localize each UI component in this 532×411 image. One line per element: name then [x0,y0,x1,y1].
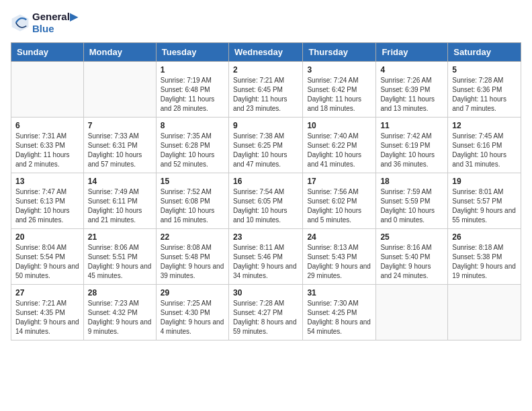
calendar-cell: 13Sunrise: 7:47 AM Sunset: 6:13 PM Dayli… [11,173,84,229]
day-number: 2 [233,65,298,75]
calendar-cell: 19Sunrise: 8:01 AM Sunset: 5:57 PM Dayli… [448,173,521,229]
day-number: 8 [161,121,224,130]
calendar-cell: 28Sunrise: 7:23 AM Sunset: 4:32 PM Dayli… [83,285,156,340]
day-number: 9 [233,121,298,130]
day-number: 5 [452,65,517,75]
logo: General▶ Blue [11,11,78,34]
calendar-cell: 15Sunrise: 7:52 AM Sunset: 6:08 PM Dayli… [156,173,228,229]
day-info: Sunrise: 8:01 AM Sunset: 5:57 PM Dayligh… [452,187,517,225]
day-info: Sunrise: 7:35 AM Sunset: 6:28 PM Dayligh… [161,132,224,169]
calendar-cell: 21Sunrise: 8:06 AM Sunset: 5:51 PM Dayli… [83,229,156,285]
day-info: Sunrise: 7:19 AM Sunset: 6:48 PM Dayligh… [161,76,224,113]
day-info: Sunrise: 7:21 AM Sunset: 4:35 PM Dayligh… [15,299,79,336]
day-number: 18 [380,177,443,186]
weekday-header-sunday: Sunday [11,43,84,62]
weekday-header-saturday: Saturday [448,43,521,62]
day-number: 19 [452,177,517,186]
calendar-cell: 18Sunrise: 7:59 AM Sunset: 5:59 PM Dayli… [376,173,448,229]
calendar-cell: 10Sunrise: 7:40 AM Sunset: 6:22 PM Dayli… [303,118,376,173]
calendar-cell: 23Sunrise: 8:11 AM Sunset: 5:46 PM Dayli… [228,229,302,285]
day-info: Sunrise: 7:49 AM Sunset: 6:11 PM Dayligh… [88,187,152,225]
day-number: 22 [161,232,224,242]
day-info: Sunrise: 8:06 AM Sunset: 5:51 PM Dayligh… [88,243,152,281]
calendar-cell: 27Sunrise: 7:21 AM Sunset: 4:35 PM Dayli… [11,285,84,340]
calendar-cell: 22Sunrise: 8:08 AM Sunset: 5:48 PM Dayli… [156,229,228,285]
day-number: 1 [161,65,224,75]
day-info: Sunrise: 7:45 AM Sunset: 6:16 PM Dayligh… [452,132,517,169]
day-info: Sunrise: 7:21 AM Sunset: 6:45 PM Dayligh… [233,76,298,113]
weekday-header-thursday: Thursday [303,43,376,62]
day-info: Sunrise: 7:40 AM Sunset: 6:22 PM Dayligh… [307,132,371,169]
day-info: Sunrise: 7:42 AM Sunset: 6:19 PM Dayligh… [380,132,443,169]
day-number: 4 [380,65,443,75]
calendar-cell: 30Sunrise: 7:28 AM Sunset: 4:27 PM Dayli… [228,285,302,340]
day-number: 25 [380,232,443,242]
day-number: 24 [307,232,371,242]
calendar-cell: 24Sunrise: 8:13 AM Sunset: 5:43 PM Dayli… [303,229,376,285]
day-number: 27 [15,288,79,298]
day-number: 10 [307,121,371,130]
day-number: 13 [15,177,79,186]
calendar-cell: 4Sunrise: 7:26 AM Sunset: 6:39 PM Daylig… [376,62,448,118]
calendar-cell: 6Sunrise: 7:31 AM Sunset: 6:33 PM Daylig… [11,118,84,173]
calendar-cell: 2Sunrise: 7:21 AM Sunset: 6:45 PM Daylig… [228,62,302,118]
svg-marker-0 [12,14,29,31]
day-number: 20 [15,232,79,242]
day-info: Sunrise: 7:28 AM Sunset: 6:36 PM Dayligh… [452,76,517,113]
day-info: Sunrise: 8:04 AM Sunset: 5:54 PM Dayligh… [15,243,79,281]
calendar-cell: 25Sunrise: 8:16 AM Sunset: 5:40 PM Dayli… [376,229,448,285]
calendar-cell: 31Sunrise: 7:30 AM Sunset: 4:25 PM Dayli… [303,285,376,340]
day-info: Sunrise: 7:30 AM Sunset: 4:25 PM Dayligh… [307,299,371,336]
day-number: 7 [88,121,152,130]
day-info: Sunrise: 8:08 AM Sunset: 5:48 PM Dayligh… [161,243,224,281]
day-info: Sunrise: 7:47 AM Sunset: 6:13 PM Dayligh… [15,187,79,225]
day-info: Sunrise: 7:54 AM Sunset: 6:05 PM Dayligh… [233,187,298,225]
weekday-header-row: SundayMondayTuesdayWednesdayThursdayFrid… [11,43,521,62]
calendar-cell: 26Sunrise: 8:18 AM Sunset: 5:38 PM Dayli… [448,229,521,285]
calendar-week-3: 13Sunrise: 7:47 AM Sunset: 6:13 PM Dayli… [11,173,521,229]
day-number: 30 [233,288,298,298]
day-info: Sunrise: 7:24 AM Sunset: 6:42 PM Dayligh… [307,76,371,113]
calendar-cell: 9Sunrise: 7:38 AM Sunset: 6:25 PM Daylig… [228,118,302,173]
logo-text: General▶ Blue [32,11,78,34]
calendar-week-2: 6Sunrise: 7:31 AM Sunset: 6:33 PM Daylig… [11,118,521,173]
day-number: 6 [15,121,79,130]
day-info: Sunrise: 7:31 AM Sunset: 6:33 PM Dayligh… [15,132,79,169]
calendar-cell: 7Sunrise: 7:33 AM Sunset: 6:31 PM Daylig… [83,118,156,173]
day-info: Sunrise: 7:26 AM Sunset: 6:39 PM Dayligh… [380,76,443,113]
calendar-cell: 3Sunrise: 7:24 AM Sunset: 6:42 PM Daylig… [303,62,376,118]
day-info: Sunrise: 8:18 AM Sunset: 5:38 PM Dayligh… [452,243,517,281]
day-info: Sunrise: 7:25 AM Sunset: 4:30 PM Dayligh… [161,299,224,336]
day-number: 28 [88,288,152,298]
calendar-cell: 5Sunrise: 7:28 AM Sunset: 6:36 PM Daylig… [448,62,521,118]
day-info: Sunrise: 7:52 AM Sunset: 6:08 PM Dayligh… [161,187,224,225]
day-info: Sunrise: 8:16 AM Sunset: 5:40 PM Dayligh… [380,243,443,281]
calendar-cell: 8Sunrise: 7:35 AM Sunset: 6:28 PM Daylig… [156,118,228,173]
calendar-cell: 14Sunrise: 7:49 AM Sunset: 6:11 PM Dayli… [83,173,156,229]
calendar-week-4: 20Sunrise: 8:04 AM Sunset: 5:54 PM Dayli… [11,229,521,285]
weekday-header-tuesday: Tuesday [156,43,228,62]
day-number: 29 [161,288,224,298]
calendar-cell: 20Sunrise: 8:04 AM Sunset: 5:54 PM Dayli… [11,229,84,285]
day-number: 23 [233,232,298,242]
day-number: 17 [307,177,371,186]
calendar-cell: 12Sunrise: 7:45 AM Sunset: 6:16 PM Dayli… [448,118,521,173]
calendar-cell: 29Sunrise: 7:25 AM Sunset: 4:30 PM Dayli… [156,285,228,340]
weekday-header-wednesday: Wednesday [228,43,302,62]
day-info: Sunrise: 7:59 AM Sunset: 5:59 PM Dayligh… [380,187,443,225]
calendar-cell: 16Sunrise: 7:54 AM Sunset: 6:05 PM Dayli… [228,173,302,229]
day-number: 12 [452,121,517,130]
day-info: Sunrise: 7:28 AM Sunset: 4:27 PM Dayligh… [233,299,298,336]
calendar-cell [83,62,156,118]
day-number: 31 [307,288,371,298]
day-info: Sunrise: 8:11 AM Sunset: 5:46 PM Dayligh… [233,243,298,281]
weekday-header-monday: Monday [83,43,156,62]
day-info: Sunrise: 7:56 AM Sunset: 6:02 PM Dayligh… [307,187,371,225]
logo-icon [11,13,30,32]
calendar-week-5: 27Sunrise: 7:21 AM Sunset: 4:35 PM Dayli… [11,285,521,340]
day-info: Sunrise: 8:13 AM Sunset: 5:43 PM Dayligh… [307,243,371,281]
calendar-cell: 11Sunrise: 7:42 AM Sunset: 6:19 PM Dayli… [376,118,448,173]
day-number: 21 [88,232,152,242]
calendar-cell [11,62,84,118]
day-number: 3 [307,65,371,75]
